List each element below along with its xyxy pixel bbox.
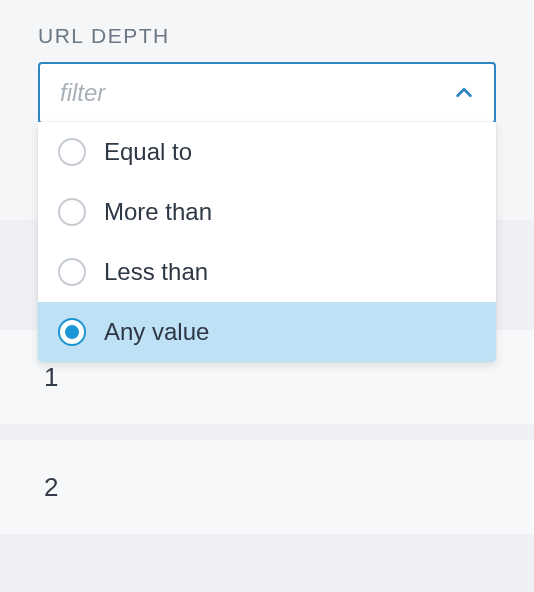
filter-option-label: Equal to bbox=[104, 138, 192, 166]
row-gap bbox=[0, 424, 534, 440]
filter-dropdown: Equal to More than Less than Any value bbox=[38, 122, 496, 362]
radio-icon bbox=[58, 138, 86, 166]
filter-option-more-than[interactable]: More than bbox=[38, 182, 496, 242]
table-row[interactable]: 2 bbox=[0, 440, 534, 534]
filter-input[interactable] bbox=[60, 79, 450, 107]
radio-icon bbox=[58, 258, 86, 286]
radio-icon bbox=[58, 318, 86, 346]
filter-option-any-value[interactable]: Any value bbox=[38, 302, 496, 362]
filter-option-label: Less than bbox=[104, 258, 208, 286]
row-value: 2 bbox=[44, 472, 58, 503]
filter-section-label: URL DEPTH bbox=[38, 24, 496, 48]
filter-option-label: Any value bbox=[104, 318, 209, 346]
filter-combo: Equal to More than Less than Any value bbox=[38, 62, 496, 124]
filter-option-equal-to[interactable]: Equal to bbox=[38, 122, 496, 182]
filter-option-less-than[interactable]: Less than bbox=[38, 242, 496, 302]
filter-combo-input-wrap[interactable] bbox=[38, 62, 496, 124]
row-value: 1 bbox=[44, 362, 58, 393]
filter-panel: URL DEPTH Equal to More than Less than bbox=[0, 0, 534, 220]
radio-icon bbox=[58, 198, 86, 226]
filter-option-label: More than bbox=[104, 198, 212, 226]
chevron-up-icon[interactable] bbox=[450, 79, 478, 107]
